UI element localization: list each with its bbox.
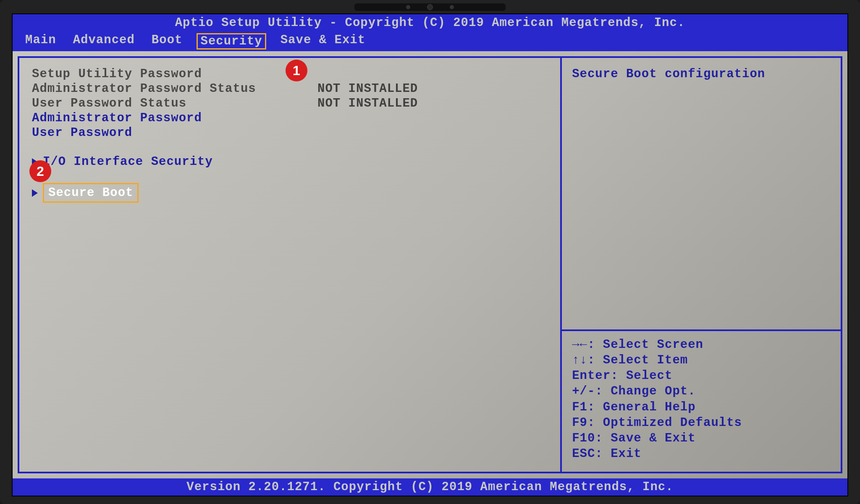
admin-pw-status-value: NOT INSTALLED	[317, 82, 418, 96]
annotation-callout-1: 1	[286, 60, 307, 81]
user-pw-status-value: NOT INSTALLED	[317, 97, 418, 110]
webcam-bar	[354, 3, 506, 11]
content-frame: Setup Utility Password Administrator Pas…	[18, 56, 842, 473]
secure-boot-item[interactable]: Secure Boot	[32, 183, 548, 203]
key-f1: F1: General Help	[572, 400, 831, 415]
key-change-opt: +/-: Change Opt.	[572, 384, 831, 399]
submenu-triangle-icon	[32, 189, 38, 197]
main-panel: Setup Utility Password Administrator Pas…	[19, 58, 560, 472]
key-f10: F10: Save & Exit	[572, 431, 831, 446]
key-select-screen: →←: Select Screen	[572, 337, 831, 353]
webcam-icon	[427, 4, 433, 10]
tab-boot[interactable]: Boot	[149, 33, 185, 50]
admin-pw-status-label: Administrator Password Status	[32, 82, 317, 96]
key-esc: ESC: Exit	[572, 446, 831, 462]
section-title: Setup Utility Password	[32, 67, 317, 81]
sensor-dot-icon	[450, 5, 454, 9]
side-panel: Secure Boot configuration →←: Select Scr…	[560, 58, 841, 472]
io-interface-security-item[interactable]: I/O Interface Security	[32, 155, 548, 169]
menu-bar: Main Advanced Boot Security Save & Exit	[13, 31, 847, 51]
key-select-item: ↑↓: Select Item	[572, 353, 831, 368]
sensor-dot-icon	[406, 5, 410, 9]
tab-security[interactable]: Security	[197, 33, 266, 50]
secure-boot-label: Secure Boot	[43, 183, 139, 203]
footer-version: Version 2.20.1271. Copyright (C) 2019 Am…	[13, 478, 847, 496]
user-password-item[interactable]: User Password	[32, 126, 317, 140]
bios-screen: Aptio Setup Utility - Copyright (C) 2019…	[12, 13, 848, 496]
key-f9: F9: Optimized Defaults	[572, 415, 831, 431]
tab-advanced[interactable]: Advanced	[71, 33, 137, 50]
tab-main[interactable]: Main	[23, 33, 59, 50]
help-text: Secure Boot configuration	[562, 58, 841, 329]
tab-save-exit[interactable]: Save & Exit	[278, 33, 368, 50]
io-security-label: I/O Interface Security	[43, 155, 213, 169]
header-title: Aptio Setup Utility - Copyright (C) 2019…	[13, 14, 847, 31]
laptop-frame: Aptio Setup Utility - Copyright (C) 2019…	[0, 0, 860, 504]
annotation-callout-2: 2	[29, 160, 51, 182]
key-help: →←: Select Screen ↑↓: Select Item Enter:…	[562, 329, 841, 472]
admin-password-item[interactable]: Administrator Password	[32, 111, 317, 125]
key-enter: Enter: Select	[572, 368, 831, 384]
user-pw-status-label: User Password Status	[32, 97, 317, 110]
